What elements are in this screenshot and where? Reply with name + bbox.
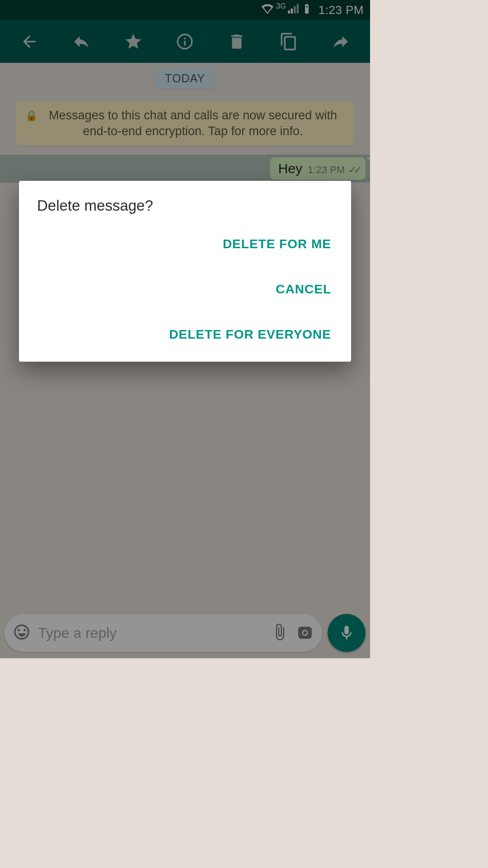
dialog-title: Delete message? [37,197,333,214]
delete-for-me-button[interactable]: DELETE FOR ME [221,232,333,256]
cancel-button[interactable]: CANCEL [274,278,333,301]
delete-for-everyone-button[interactable]: DELETE FOR EVERYONE [167,323,333,346]
delete-dialog: Delete message? DELETE FOR ME CANCEL DEL… [19,181,351,362]
dialog-actions: DELETE FOR ME CANCEL DELETE FOR EVERYONE [37,232,333,351]
